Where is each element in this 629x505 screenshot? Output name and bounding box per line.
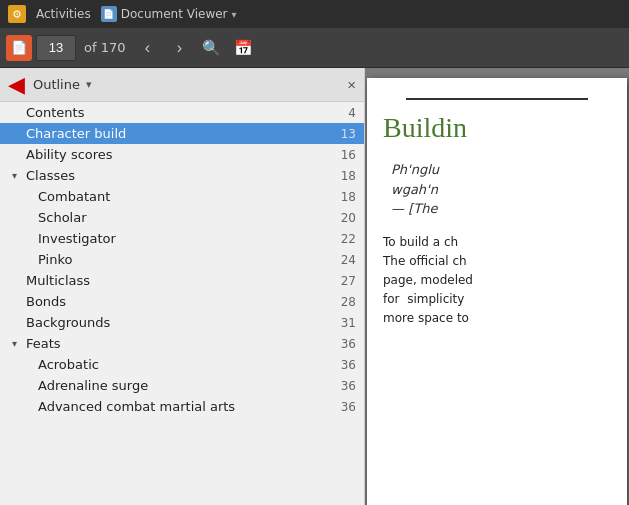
outline-item-label: Classes — [26, 168, 332, 183]
outline-item-page: 36 — [332, 358, 356, 372]
outline-item[interactable]: ▾Classes18 — [0, 165, 364, 186]
page-number-input[interactable] — [36, 35, 76, 61]
outline-item-page: 27 — [332, 274, 356, 288]
body-text: To build a ch The official ch page, mode… — [383, 233, 611, 329]
outline-item[interactable]: Multiclass27 — [0, 270, 364, 291]
outline-item-label: Investigator — [38, 231, 332, 246]
outline-item-page: 4 — [332, 106, 356, 120]
outline-item-page: 22 — [332, 232, 356, 246]
outline-item-label: Character build — [26, 126, 332, 141]
prev-page-button[interactable]: ‹ — [133, 34, 161, 62]
outline-item-label: Multiclass — [26, 273, 332, 288]
outline-item-label: Backgrounds — [26, 315, 332, 330]
outline-item[interactable]: Pinko24 — [0, 249, 364, 270]
document-icon: 📄 — [6, 35, 32, 61]
outline-item-label: Pinko — [38, 252, 332, 267]
outline-list: Contents4Character build13Ability scores… — [0, 102, 364, 505]
app-label-area: 📄 Document Viewer ▾ — [101, 6, 237, 22]
outline-item-label: Scholar — [38, 210, 332, 225]
outline-item-label: Bonds — [26, 294, 332, 309]
outline-item[interactable]: Backgrounds31 — [0, 312, 364, 333]
page-total-label: of 170 — [80, 40, 129, 55]
outline-item-page: 24 — [332, 253, 356, 267]
outline-item-page: 36 — [332, 337, 356, 351]
outline-item-label: Advanced combat martial arts — [38, 399, 332, 414]
next-page-button[interactable]: › — [165, 34, 193, 62]
outline-title: Outline — [33, 77, 80, 92]
chapter-title: Buildin — [383, 112, 611, 144]
bookmark-button[interactable]: 📅 — [229, 34, 257, 62]
page-top-rule — [406, 98, 588, 100]
outline-item-page: 18 — [332, 169, 356, 183]
outline-item[interactable]: ▾Feats36 — [0, 333, 364, 354]
outline-caret[interactable]: ▾ — [86, 78, 92, 91]
outline-item-label: Contents — [26, 105, 332, 120]
outline-item-label: Combatant — [38, 189, 332, 204]
page-document: Buildin Ph'nglu wgah'n — [The To build a… — [367, 78, 627, 505]
sidebar-close-button[interactable]: × — [347, 76, 356, 93]
outline-item-label: Feats — [26, 336, 332, 351]
activities-icon: ⚙ — [8, 5, 26, 23]
outline-item[interactable]: Contents4 — [0, 102, 364, 123]
outline-item[interactable]: Combatant18 — [0, 186, 364, 207]
toolbar: 📄 of 170 ‹ › 🔍 📅 — [0, 28, 629, 68]
outline-toggle-icon: ▾ — [12, 338, 26, 349]
content-panel: Buildin Ph'nglu wgah'n — [The To build a… — [365, 68, 629, 505]
outline-item-page: 16 — [332, 148, 356, 162]
italic-quote: Ph'nglu wgah'n — [The — [383, 160, 611, 219]
outline-item-label: Ability scores — [26, 147, 332, 162]
outline-item-page: 36 — [332, 400, 356, 414]
outline-item-page: 28 — [332, 295, 356, 309]
app-title[interactable]: Document Viewer — [121, 7, 228, 21]
outline-item-page: 13 — [332, 127, 356, 141]
sidebar: ◀ Outline ▾ × Contents4Character build13… — [0, 68, 365, 505]
top-bar: ⚙ Activities 📄 Document Viewer ▾ — [0, 0, 629, 28]
sidebar-header-left: ◀ Outline ▾ — [8, 74, 91, 96]
outline-toggle-icon: ▾ — [12, 170, 26, 181]
outline-item-label: Adrenaline surge — [38, 378, 332, 393]
outline-item[interactable]: Adrenaline surge36 — [0, 375, 364, 396]
outline-item[interactable]: Scholar20 — [0, 207, 364, 228]
outline-item[interactable]: Advanced combat martial arts36 — [0, 396, 364, 417]
outline-item[interactable]: Investigator22 — [0, 228, 364, 249]
outline-item-label: Acrobatic — [38, 357, 332, 372]
outline-item-page: 18 — [332, 190, 356, 204]
activities-label[interactable]: Activities — [36, 7, 91, 21]
app-menu-caret[interactable]: ▾ — [232, 9, 237, 20]
main-area: ◀ Outline ▾ × Contents4Character build13… — [0, 68, 629, 505]
outline-item[interactable]: Acrobatic36 — [0, 354, 364, 375]
outline-item[interactable]: Character build13 — [0, 123, 364, 144]
search-button[interactable]: 🔍 — [197, 34, 225, 62]
outline-item[interactable]: Bonds28 — [0, 291, 364, 312]
outline-item-page: 20 — [332, 211, 356, 225]
outline-item-page: 31 — [332, 316, 356, 330]
document-viewer-icon: 📄 — [101, 6, 117, 22]
outline-item-page: 36 — [332, 379, 356, 393]
red-arrow-icon: ◀ — [8, 74, 25, 96]
sidebar-header: ◀ Outline ▾ × — [0, 68, 364, 102]
outline-item[interactable]: Ability scores16 — [0, 144, 364, 165]
